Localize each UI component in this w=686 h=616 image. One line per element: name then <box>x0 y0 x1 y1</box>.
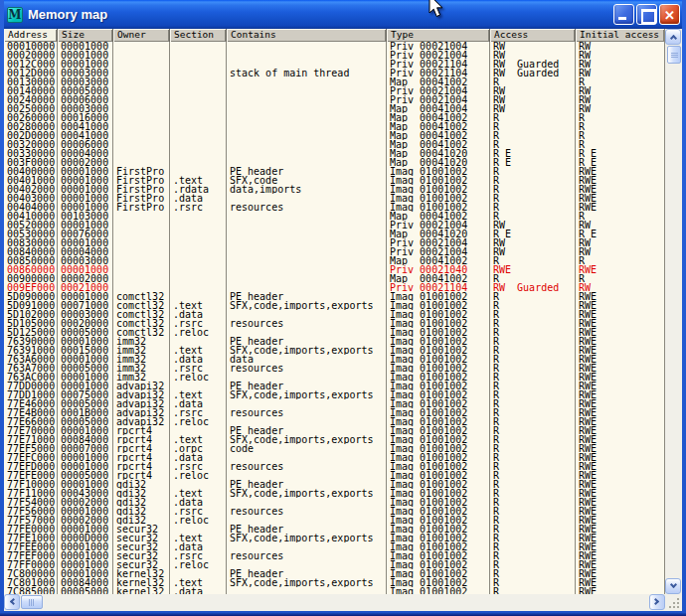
column-header-initial-access[interactable]: Initial access <box>576 29 665 42</box>
memory-row[interactable]: 5D09100000071000comctl32.textSFX,code,im… <box>4 301 665 310</box>
memory-row[interactable]: 763A700000005000imm32.rsrcresourcesImag … <box>4 364 665 373</box>
resize-grip[interactable] <box>665 594 682 611</box>
cell-type: Priv 00021004 <box>387 238 490 247</box>
memory-row[interactable]: 7639000000001000imm32PE headerImag 01001… <box>4 337 665 346</box>
memory-row[interactable]: 0002000000001000Priv 00021004RWRW <box>4 51 665 60</box>
memory-row[interactable]: 0090000000002000Map 00041002RR <box>4 274 665 283</box>
memory-row[interactable]: 0032000000006000Map 00041002RR <box>4 140 665 149</box>
vertical-scrollbar[interactable] <box>665 29 682 594</box>
memory-row[interactable]: 77E4600000005000advapi32.dataImag 010010… <box>4 399 665 408</box>
close-button[interactable] <box>659 4 680 25</box>
memory-row[interactable]: 0025000000003000Map 00041004RWRW <box>4 104 665 113</box>
memory-row[interactable]: 77EF500000007000rpcrt4.orpccodeImag 0100… <box>4 444 665 453</box>
memory-row[interactable]: 0026000000016000Map 00041002RR <box>4 113 665 122</box>
memory-row[interactable]: 0083000000001000Priv 00021004RWRW <box>4 238 665 247</box>
memory-row[interactable]: 0086000000001000Priv 00021040RWERWE <box>4 265 665 274</box>
memory-row[interactable]: 5D10200000003000comctl32.dataImag 010010… <box>4 310 665 319</box>
column-header-type[interactable]: Type <box>387 29 490 42</box>
memory-row[interactable]: 77DD000000001000advapi32PE headerImag 01… <box>4 382 665 390</box>
memory-row[interactable]: 0013000000003000Map 00041002RR <box>4 77 665 86</box>
memory-row[interactable]: 77F5600000001000gdi32.rsrcresourcesImag … <box>4 507 665 516</box>
cell-section <box>170 69 227 77</box>
cell-initial-access: R E <box>576 230 665 238</box>
memory-row[interactable]: 0040400000001000FirstPro.rsrcresourcesIm… <box>4 203 665 212</box>
memory-row[interactable]: 0012C00000001000Priv 00021104RW GuardedR… <box>4 60 665 69</box>
scroll-down-button[interactable] <box>665 578 681 594</box>
memory-row[interactable]: 77E6600000005000advapi32.relocImag 01001… <box>4 417 665 426</box>
cell-access: RW <box>490 238 576 247</box>
memory-row[interactable]: 7C80100000084000kernel32.textSFX,code,im… <box>4 578 665 587</box>
memory-row[interactable]: 003F000000002000Map 00041020R ER E <box>4 158 665 167</box>
memory-row[interactable]: 0041000000103000Map 00041002RR <box>4 212 665 221</box>
memory-row[interactable]: 77FEF00000001000secur32.rsrcresourcesIma… <box>4 551 665 560</box>
memory-row[interactable]: 77F5700000002000gdi32.relocImag 01001002… <box>4 516 665 525</box>
memory-row[interactable]: 77E7100000084000rpcrt4.textSFX,code,impo… <box>4 435 665 444</box>
memory-row[interactable]: 0040100000001000FirstPro.textSFX,codeIma… <box>4 176 665 185</box>
cell-type: Imag 01001002 <box>387 587 490 594</box>
cell-size: 00005000 <box>58 328 113 337</box>
memory-row[interactable]: 77E4B0000001B000advapi32.rsrcresourcesIm… <box>4 408 665 417</box>
memory-row[interactable]: 77E7000000001000rpcrt4PE headerImag 0100… <box>4 426 665 435</box>
horizontal-scroll-track[interactable] <box>43 594 649 611</box>
cell-address: 77E4B000 <box>4 408 58 417</box>
memory-row[interactable]: 0014000000005000Priv 00021004RWRW <box>4 86 665 95</box>
memory-row[interactable]: 77EFE00000005000rpcrt4.relocImag 0100100… <box>4 471 665 480</box>
column-header-section[interactable]: Section <box>170 29 227 42</box>
memory-row[interactable]: 7C88500000005000kernel32.dataImag 010010… <box>4 587 665 594</box>
cell-section: .data <box>170 399 227 408</box>
memory-row[interactable]: 77F5400000002000gdi32.dataImag 01001002R… <box>4 498 665 507</box>
memory-row[interactable]: 763A600000001000imm32.datadataImag 01001… <box>4 355 665 364</box>
memory-row[interactable]: 77EFC00000001000rpcrt4.dataImag 01001002… <box>4 453 665 462</box>
memory-row[interactable]: 5D10500000020000comctl32.rsrcresourcesIm… <box>4 319 665 328</box>
memory-row[interactable]: 0033000000004000Map 00041020R ER E <box>4 149 665 158</box>
memory-row[interactable]: 0052000000001000Priv 00021004RWRW <box>4 221 665 230</box>
cell-section <box>170 86 227 95</box>
memory-row[interactable]: 0028000000041000Map 00041002RR <box>4 122 665 131</box>
memory-row[interactable]: 7C80000000001000kernel32PE headerImag 01… <box>4 569 665 578</box>
memory-row[interactable]: 5D09000000001000comctl32PE headerImag 01… <box>4 292 665 301</box>
memory-row[interactable]: 7639100000015000imm32.textSFX,code,impor… <box>4 346 665 355</box>
horizontal-scroll-thumb[interactable] <box>21 595 43 609</box>
memory-row[interactable]: 009EF00000021000Priv 00021104RW GuardedR… <box>4 283 665 292</box>
memory-row[interactable]: 0040200000001000FirstPro.rdatadata,impor… <box>4 185 665 194</box>
memory-row[interactable]: 77F1100000043000gdi32.textSFX,code,impor… <box>4 489 665 498</box>
memory-row[interactable]: 0001000000001000Priv 00021004RWRW <box>4 42 665 51</box>
memory-row[interactable]: 0024000000006000Priv 00021004RWRW <box>4 95 665 104</box>
column-header-address[interactable]: Address <box>4 29 58 42</box>
app-icon[interactable]: M <box>7 7 23 23</box>
column-header-size[interactable]: Size <box>58 29 113 42</box>
memory-row[interactable]: 77FE000000001000secur32PE headerImag 010… <box>4 525 665 534</box>
memory-row[interactable]: 002D000000041000Map 00041002RR <box>4 131 665 140</box>
memory-row[interactable]: 77FF000000001000secur32.relocImag 010010… <box>4 560 665 569</box>
column-header-owner[interactable]: Owner <box>113 29 170 42</box>
cell-owner: FirstPro <box>113 194 170 203</box>
memory-row[interactable]: 0012D00000003000stack of main threadPriv… <box>4 69 665 77</box>
memory-row[interactable]: 77FE10000000D000secur32.textSFX,code,imp… <box>4 534 665 542</box>
scroll-right-button[interactable] <box>649 594 665 610</box>
vertical-scroll-thumb[interactable] <box>667 46 681 64</box>
horizontal-scrollbar[interactable] <box>4 594 665 611</box>
memory-row[interactable]: 5D12500000005000comctl32.relocImag 01001… <box>4 328 665 337</box>
column-header-access[interactable]: Access <box>490 29 576 42</box>
memory-row[interactable]: 77F1000000001000gdi32PE headerImag 01001… <box>4 480 665 489</box>
memory-row[interactable]: 0053000000076000Map 00041020R ER E <box>4 230 665 238</box>
column-header-contains[interactable]: Contains <box>227 29 387 42</box>
cell-section <box>170 283 227 292</box>
memory-row[interactable]: 0084000000004000Priv 00021004RWRW <box>4 247 665 256</box>
memory-row[interactable]: 77EFD00000001000rpcrt4.rsrcresourcesImag… <box>4 462 665 471</box>
cell-contains: PE header <box>227 292 387 301</box>
cell-type: Map 00041020 <box>387 158 490 167</box>
scroll-left-button[interactable] <box>4 594 20 610</box>
scroll-up-button[interactable] <box>665 29 681 45</box>
titlebar[interactable]: M Memory map <box>4 0 682 29</box>
minimize-button[interactable] <box>613 4 634 25</box>
memory-row[interactable]: 77DD100000075000advapi32.textSFX,code,im… <box>4 390 665 399</box>
memory-row[interactable]: 763AC00000001000imm32.relocImag 01001002… <box>4 373 665 382</box>
memory-row[interactable]: 0085000000003000Map 00041002RR <box>4 256 665 265</box>
memory-row[interactable]: 0040000000001000FirstProPE headerImag 01… <box>4 167 665 176</box>
memory-row[interactable]: 77FEE00000001000secur32.dataImag 0100100… <box>4 542 665 551</box>
vertical-scroll-track[interactable] <box>665 64 682 578</box>
memory-row[interactable]: 0040300000001000FirstPro.dataImag 010010… <box>4 194 665 203</box>
cell-initial-access: RWE <box>576 203 665 212</box>
maximize-button[interactable] <box>636 4 657 25</box>
